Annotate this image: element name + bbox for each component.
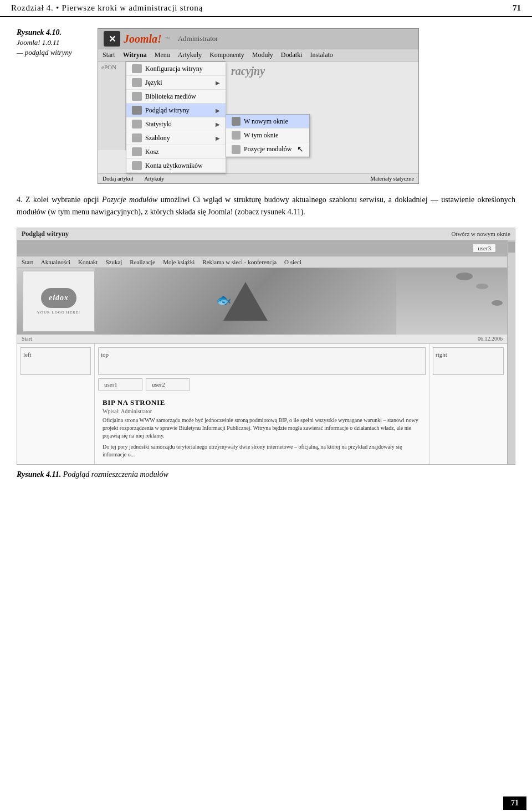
sidebar-label: ePON — [101, 64, 116, 70]
module-right-box: right — [433, 347, 504, 375]
joomla-logo-text: Joomla! — [124, 33, 162, 45]
module-right-label: right — [436, 350, 501, 359]
breadcrumb-left: Start — [22, 336, 32, 342]
user-modules-row: user1 user2 — [98, 378, 426, 390]
figure-411-browser: Podgląd witryny Otwórz w nowym oknie use… — [17, 228, 515, 465]
nav-szukaj[interactable]: Szukaj — [105, 259, 122, 265]
figure-411-caption-text: Podgląd rozmieszczenia modułów — [63, 470, 168, 479]
witryna-dropdown: Konfiguracja witryny Języki ▶ Biblioteka… — [126, 61, 226, 173]
user1-module: user1 — [98, 378, 142, 390]
blimp-2 — [476, 284, 488, 289]
menu-dodatki[interactable]: Dodatki — [281, 51, 303, 59]
figure-410-row: Rysunek 4.10. Joomla! 1.0.11 — podgląd w… — [17, 28, 515, 184]
figure-410-subtitle: Joomla! 1.0.11 — [17, 38, 89, 47]
dd-biblioteka[interactable]: Biblioteka mediów — [126, 90, 226, 104]
page-number-block: 71 — [503, 796, 526, 810]
content-area: Rysunek 4.10. Joomla! 1.0.11 — podgląd w… — [0, 23, 532, 490]
menu-witryna[interactable]: Witryna — [123, 51, 147, 59]
figure-411-caption: Rysunek 4.11. Podgląd rozmieszczenia mod… — [17, 470, 515, 479]
nav-aktualnosci[interactable]: Aktualności — [41, 259, 70, 265]
joomla-admin-screenshot: ✕ Joomla! ™ Administrator Start Witryna … — [98, 28, 419, 184]
user2-module: user2 — [146, 378, 190, 390]
site-logo: eidox — [41, 288, 76, 308]
dd-kosz[interactable]: Kosz — [126, 145, 226, 159]
site-nav: Start Aktualności Kontakt Szukaj Realiza… — [17, 256, 507, 268]
article-body-1: Oficjalna strona WWW samorządu może być … — [103, 417, 421, 440]
bottom-artykuly: Artykuły — [144, 176, 164, 182]
joomla-admin-label: Administrator — [178, 34, 218, 43]
user1-label: user1 — [104, 381, 117, 388]
dd-w-nowym-oknie[interactable]: W nowym oknie — [226, 115, 309, 129]
browser-title: Podgląd witryny — [22, 230, 69, 238]
module-top-box: top — [98, 347, 426, 375]
article-body-2: Do tej pory jednostki samorządu terytori… — [103, 443, 421, 459]
dd-w-tym-oknie[interactable]: W tym oknie — [226, 129, 309, 142]
menu-instalato[interactable]: Instalato — [310, 51, 333, 59]
joomla-menubar: Start Witryna Menu Artykuły Komponenty M… — [98, 49, 418, 61]
podglad-subdropdown: W nowym oknie W tym oknie Pozycje modułó… — [226, 114, 310, 157]
dd-szablony[interactable]: Szablony ▶ — [126, 131, 226, 145]
dd-konta[interactable]: Konta użytkowników — [126, 159, 226, 173]
nav-kontakt[interactable]: Kontakt — [78, 259, 98, 265]
logo-tagline: YOUR LOGO HERE! — [37, 310, 80, 315]
body-paragraph: 4. Z kolei wybranie opcji Pozycje modułó… — [17, 194, 515, 219]
module-right-column: right — [429, 344, 507, 464]
menu-menu[interactable]: Menu — [155, 51, 170, 59]
dropdown-row: Konfiguracja witryny Języki ▶ Biblioteka… — [126, 61, 310, 173]
nav-realizacje[interactable]: Realizacje — [130, 259, 155, 265]
module-top-label: top — [101, 350, 423, 359]
menu-komponenty[interactable]: Komponenty — [209, 51, 244, 59]
page-number-bar: 71 — [0, 796, 532, 812]
nav-ksiazki[interactable]: Moje książki — [163, 259, 195, 265]
module-left-box: left — [21, 347, 91, 375]
joomla-logo: ✕ Joomla! ™ — [104, 31, 170, 47]
nav-reklama[interactable]: Reklama w sieci - konferencja — [202, 259, 277, 265]
site-header-bar: user3 — [17, 240, 507, 256]
module-left-label: left — [23, 350, 88, 359]
blimp-1 — [456, 273, 473, 280]
browser-toolbar: Podgląd witryny Otwórz w nowym oknie — [17, 228, 515, 240]
chapter-title: Rozdział 4. • Pierwsze kroki w administr… — [11, 3, 203, 13]
page-number: 71 — [513, 3, 521, 13]
dd-jezyki[interactable]: Języki ▶ — [126, 76, 226, 90]
browser-content-area: user3 Start Aktualności Kontakt Szukaj R… — [17, 240, 515, 464]
scrollbar[interactable] — [507, 240, 515, 464]
bottom-materialy: Materiały statyczne — [370, 176, 414, 182]
dd-konfiguracja[interactable]: Konfiguracja witryny — [126, 62, 226, 76]
user2-label: user2 — [152, 381, 165, 388]
hero-center-image: 🐟 — [95, 268, 396, 335]
article-section: BIP NA STRONIE Wpisał: Administrator Ofi… — [98, 394, 426, 461]
dd-pozycje-modulow[interactable]: Pozycje modułów ↖ — [226, 142, 309, 157]
module-left-column: left — [17, 344, 95, 464]
joomla-admin-topbar: ✕ Joomla! ™ Administrator — [98, 29, 418, 49]
module-position-grid: left top user1 — [17, 343, 507, 464]
nav-start[interactable]: Start — [22, 259, 33, 265]
menu-artykuly[interactable]: Artykuły — [178, 51, 202, 59]
menu-moduly[interactable]: Moduły — [252, 51, 273, 59]
dd-statystyki[interactable]: Statystyki ▶ — [126, 117, 226, 131]
open-new-window-link[interactable]: Otwórz w nowym oknie — [451, 230, 510, 237]
nav-osieci[interactable]: O sieci — [284, 259, 301, 265]
module-center-column: top user1 user2 — [95, 344, 429, 464]
hero-right-area — [396, 268, 507, 335]
article-heading: BIP NA STRONIE — [103, 398, 421, 407]
joomla-logo-icon: ✕ — [104, 31, 120, 47]
figure-411-label: Rysunek 4.11. — [17, 470, 61, 479]
bottom-dodaj: Dodaj artykuł — [103, 176, 133, 182]
hero-image: eidox YOUR LOGO HERE! 🐟 — [17, 268, 507, 335]
italic-term: Pozycje modułów — [102, 196, 157, 204]
site-logo-box: eidox YOUR LOGO HERE! — [23, 271, 95, 332]
breadcrumb-date: 06.12.2006 — [478, 336, 503, 342]
figure-410-caption-text: — podgląd witryny — [17, 48, 89, 57]
article-meta: Wpisał: Administrator — [103, 408, 421, 414]
page-header: Rozdział 4. • Pierwsze kroki w administr… — [0, 0, 532, 17]
figure-410-label: Rysunek 4.10. — [17, 28, 89, 37]
breadcrumb-bar: Start 06.12.2006 — [17, 335, 507, 343]
figure-410-caption: Rysunek 4.10. Joomla! 1.0.11 — podgląd w… — [17, 28, 89, 184]
dd-podglad[interactable]: Podgląd witryny ▶ — [126, 104, 226, 117]
blimp-3 — [492, 300, 503, 306]
menu-start[interactable]: Start — [103, 51, 115, 59]
user-label: user3 — [473, 244, 496, 253]
